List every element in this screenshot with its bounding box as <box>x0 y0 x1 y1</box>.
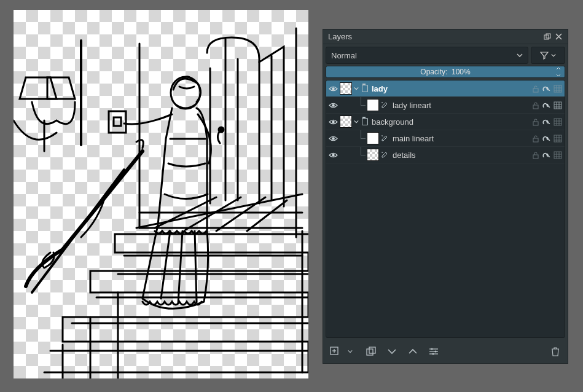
tree-branch <box>356 147 367 163</box>
svg-rect-31 <box>533 88 538 92</box>
layer-thumbnail <box>367 99 379 111</box>
panel-body: Normal Opacity: 100% ladylady lineartbac… <box>323 44 568 363</box>
svg-rect-23 <box>114 117 121 126</box>
svg-rect-32 <box>554 85 561 92</box>
move-down-icon[interactable] <box>386 345 398 358</box>
visibility-toggle-icon[interactable] <box>326 152 340 159</box>
inherit-alpha-icon[interactable] <box>552 133 563 144</box>
svg-rect-53 <box>554 135 561 142</box>
blend-mode-select[interactable]: Normal <box>326 47 528 64</box>
lock-icon[interactable] <box>530 100 541 111</box>
move-up-icon[interactable] <box>407 345 419 358</box>
svg-rect-68 <box>367 349 373 355</box>
alpha-icon[interactable] <box>541 100 552 111</box>
layer-name[interactable]: lady lineart <box>393 101 530 110</box>
opacity-slider[interactable]: Opacity: 100% <box>326 66 565 78</box>
svg-rect-22 <box>109 111 126 133</box>
canvas-viewport[interactable] <box>14 10 308 378</box>
visibility-toggle-icon[interactable] <box>326 102 340 109</box>
delete-icon[interactable] <box>549 345 561 358</box>
visibility-toggle-icon[interactable] <box>326 85 340 92</box>
blend-mode-value: Normal <box>331 51 357 60</box>
close-icon[interactable] <box>553 31 564 42</box>
layer-thumbnail <box>367 149 379 161</box>
alpha-icon[interactable] <box>541 116 552 127</box>
layer-thumbnail <box>367 132 379 144</box>
alpha-icon[interactable] <box>541 83 552 94</box>
svg-rect-39 <box>554 102 561 109</box>
expand-toggle-icon[interactable] <box>353 120 359 123</box>
paintlayer-icon <box>380 134 389 143</box>
tree-branch <box>356 130 367 146</box>
opacity-spin[interactable] <box>556 67 563 77</box>
layer-filter-button[interactable] <box>531 47 565 64</box>
layer-row[interactable]: main lineart <box>326 130 565 147</box>
tree-branch <box>356 97 367 113</box>
expand-toggle-icon[interactable] <box>353 87 359 90</box>
layers-panel: Layers Normal Opacity: 100% <box>323 29 568 364</box>
opacity-label: Opacity: <box>420 68 447 76</box>
inherit-alpha-icon[interactable] <box>552 83 563 94</box>
funnel-icon <box>540 51 549 60</box>
duplicate-layer-icon[interactable] <box>365 345 377 358</box>
chevron-down-icon <box>517 53 523 57</box>
layer-name[interactable]: background <box>372 117 530 127</box>
float-icon[interactable] <box>542 31 553 42</box>
svg-point-51 <box>332 137 334 139</box>
layer-thumbnail <box>340 116 352 128</box>
layer-name[interactable]: details <box>393 151 530 160</box>
svg-rect-46 <box>554 119 561 125</box>
layer-row[interactable]: details <box>326 147 565 163</box>
opacity-value: 100% <box>452 68 471 76</box>
visibility-toggle-icon[interactable] <box>326 119 340 125</box>
svg-point-73 <box>431 348 432 350</box>
visibility-toggle-icon[interactable] <box>326 135 340 142</box>
group-folder-icon <box>362 118 368 125</box>
svg-rect-59 <box>533 155 538 159</box>
svg-point-30 <box>332 87 334 90</box>
artwork-lineart <box>14 10 308 378</box>
layer-thumbnail <box>340 82 352 95</box>
layer-row[interactable]: lady lineart <box>326 97 565 114</box>
lock-icon[interactable] <box>530 83 541 94</box>
alpha-icon[interactable] <box>541 149 552 160</box>
panel-footer <box>326 340 565 361</box>
layer-name[interactable]: lady <box>372 84 530 93</box>
svg-line-25 <box>161 231 170 299</box>
svg-point-58 <box>332 154 334 156</box>
inherit-alpha-icon[interactable] <box>552 116 563 127</box>
inherit-alpha-icon[interactable] <box>552 149 563 160</box>
svg-rect-38 <box>533 105 538 109</box>
alpha-icon[interactable] <box>541 133 552 144</box>
svg-rect-69 <box>369 347 375 353</box>
svg-point-37 <box>332 104 334 106</box>
svg-point-44 <box>332 120 334 123</box>
svg-point-75 <box>432 353 434 355</box>
svg-rect-45 <box>533 122 538 125</box>
layer-row[interactable]: lady <box>326 80 565 97</box>
svg-rect-60 <box>554 152 561 159</box>
layer-name[interactable]: main lineart <box>393 134 530 143</box>
lock-icon[interactable] <box>530 116 541 127</box>
panel-titlebar[interactable]: Layers <box>323 29 568 44</box>
paintlayer-icon <box>380 151 389 159</box>
inherit-alpha-icon[interactable] <box>552 100 563 111</box>
add-layer-menu-chevron-icon[interactable] <box>344 345 356 358</box>
layer-list[interactable]: ladylady lineartbackgroundmain lineartde… <box>326 80 565 338</box>
lock-icon[interactable] <box>530 149 541 160</box>
lock-icon[interactable] <box>530 133 541 144</box>
svg-point-74 <box>434 350 436 352</box>
svg-line-9 <box>216 197 265 231</box>
properties-icon[interactable] <box>428 345 440 358</box>
layer-row[interactable]: background <box>326 114 565 130</box>
svg-rect-52 <box>533 138 538 142</box>
panel-title-text: Layers <box>328 32 542 41</box>
chevron-down-icon <box>551 53 556 57</box>
group-folder-icon <box>362 85 368 92</box>
paintlayer-icon <box>380 101 389 109</box>
add-layer-icon[interactable] <box>329 345 342 358</box>
